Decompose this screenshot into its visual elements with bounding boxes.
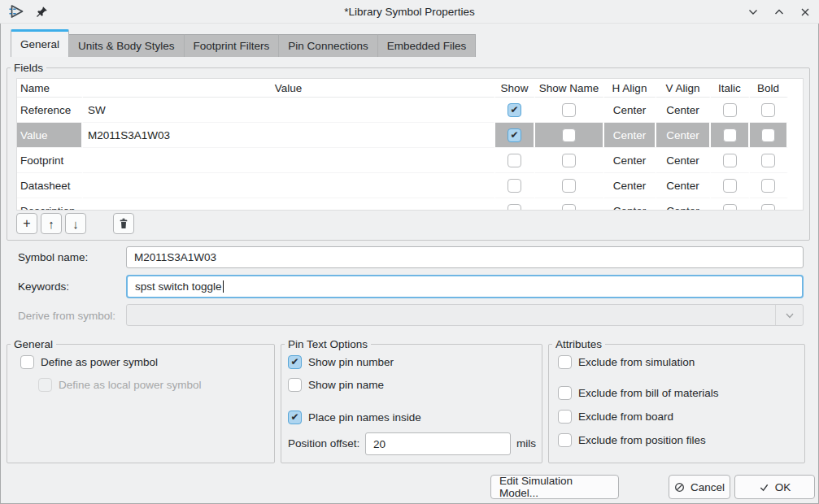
italic-checkbox-cell[interactable] <box>711 198 750 211</box>
field-name-cell[interactable]: Datasheet <box>17 173 83 198</box>
exclude-from-board-option[interactable]: Exclude from board <box>558 410 673 424</box>
tab-pin-connections[interactable]: Pin Connections <box>279 34 377 57</box>
maximize-icon[interactable] <box>772 5 786 20</box>
add-field-button[interactable]: + <box>16 213 37 234</box>
show-name-checkbox <box>562 128 576 142</box>
v-align-cell[interactable]: Center <box>656 98 711 123</box>
show-name-checkbox-cell[interactable] <box>535 173 604 198</box>
delete-field-button[interactable] <box>113 213 134 234</box>
move-down-button[interactable]: ↓ <box>65 213 86 234</box>
move-up-button[interactable]: ↑ <box>41 213 62 234</box>
show-pin-number-checkbox <box>288 355 302 369</box>
pin-text-options-group-label: Pin Text Options <box>285 337 371 351</box>
italic-checkbox-cell[interactable] <box>711 148 750 173</box>
show-name-checkbox-cell[interactable] <box>535 148 604 173</box>
bold-checkbox-cell[interactable] <box>750 123 788 148</box>
show-checkbox <box>508 204 521 211</box>
show-checkbox <box>508 179 521 193</box>
field-value-cell[interactable] <box>83 148 495 173</box>
position-offset-unit: mils <box>516 437 536 450</box>
show-checkbox-cell[interactable] <box>495 98 535 123</box>
show-name-checkbox-cell[interactable] <box>535 123 604 148</box>
library-symbol-properties-dialog: *Library Symbol Properties General Units… <box>0 0 819 504</box>
place-pin-names-inside-option[interactable]: Place pin names inside <box>288 411 421 424</box>
fields-table: Name Value Show Show Name H Align V Alig… <box>16 78 804 211</box>
h-align-cell[interactable]: Center <box>604 148 656 173</box>
exclude-from-simulation-option[interactable]: Exclude from simulation <box>558 355 695 369</box>
italic-checkbox <box>723 103 737 117</box>
h-align-cell[interactable]: Center <box>604 98 656 123</box>
edit-simulation-model-button[interactable]: Edit Simulation Model... <box>490 475 619 499</box>
field-value-cell[interactable]: SW <box>83 98 495 123</box>
v-align-cell[interactable]: Center <box>656 148 711 173</box>
symbol-name-label: Symbol name: <box>18 251 88 263</box>
symbol-name-input[interactable]: M2011S3A1W03 <box>126 246 804 268</box>
define-power-symbol-checkbox <box>20 355 34 369</box>
h-align-cell[interactable]: Center <box>604 123 656 148</box>
bold-checkbox-cell[interactable] <box>750 98 788 123</box>
show-name-checkbox-cell[interactable] <box>535 98 604 123</box>
field-value-cell[interactable] <box>83 198 495 211</box>
italic-checkbox <box>723 204 737 211</box>
attributes-group: Attributes Exclude from simulation Exclu… <box>548 344 805 463</box>
title-bar: *Library Symbol Properties <box>0 0 819 24</box>
fields-toolbar: + ↑ ↓ <box>16 213 137 234</box>
text-caret <box>223 280 224 293</box>
field-name-cell[interactable]: Reference <box>17 98 83 123</box>
h-align-cell[interactable]: Center <box>604 173 656 198</box>
show-name-checkbox-cell[interactable] <box>535 198 604 211</box>
tab-general[interactable]: General <box>11 29 69 57</box>
v-align-cell[interactable]: Center <box>656 198 711 211</box>
show-checkbox-cell[interactable] <box>495 173 535 198</box>
keywords-input[interactable]: spst switch toggle <box>126 275 804 298</box>
col-header-name: Name <box>17 79 83 98</box>
table-row-value: Value M2011S3A1W03 Center Center <box>17 123 803 148</box>
show-checkbox <box>508 128 521 142</box>
close-icon[interactable] <box>798 5 812 20</box>
v-align-cell[interactable]: Center <box>656 123 711 148</box>
show-pin-name-option[interactable]: Show pin name <box>288 378 384 392</box>
derive-from-symbol-label: Derive from symbol: <box>18 310 115 322</box>
cancel-button[interactable]: Cancel <box>669 475 730 499</box>
field-name-cell[interactable]: Footprint <box>17 148 83 173</box>
h-align-cell[interactable]: Center <box>604 198 656 211</box>
show-checkbox-cell[interactable] <box>495 148 535 173</box>
col-header-show: Show <box>495 79 535 98</box>
table-row-datasheet: Datasheet Center Center <box>17 173 803 198</box>
show-pin-number-option[interactable]: Show pin number <box>288 355 394 369</box>
keywords-label: Keywords: <box>18 280 69 293</box>
show-checkbox <box>508 103 521 117</box>
field-value-cell[interactable] <box>83 173 495 198</box>
bold-checkbox-cell[interactable] <box>750 198 788 211</box>
minimize-icon[interactable] <box>746 5 760 20</box>
v-align-cell[interactable]: Center <box>656 173 711 198</box>
bold-checkbox-cell[interactable] <box>750 173 788 198</box>
col-header-value: Value <box>83 79 495 98</box>
position-offset-input[interactable]: 20 <box>365 432 511 455</box>
show-name-checkbox <box>562 154 576 167</box>
exclude-from-board-checkbox <box>558 410 572 424</box>
fields-group: Fields Name Value Show Show Name H Align… <box>7 67 810 241</box>
show-checkbox-cell[interactable] <box>495 198 535 211</box>
tab-footprint-filters[interactable]: Footprint Filters <box>185 34 280 57</box>
table-row-description: Description Center Center <box>17 198 803 211</box>
tab-units-body-styles[interactable]: Units & Body Styles <box>69 34 185 57</box>
bold-checkbox <box>761 128 775 142</box>
check-icon <box>759 482 769 493</box>
exclude-from-bom-option[interactable]: Exclude from bill of materials <box>558 386 719 400</box>
define-power-symbol-option[interactable]: Define as power symbol <box>20 355 158 369</box>
show-checkbox-cell[interactable] <box>495 123 535 148</box>
tab-embedded-files[interactable]: Embedded Files <box>378 34 477 57</box>
exclude-from-position-files-option[interactable]: Exclude from position files <box>558 433 706 447</box>
show-name-checkbox <box>562 179 576 193</box>
italic-checkbox-cell[interactable] <box>711 173 750 198</box>
field-name-cell[interactable]: Value <box>17 123 83 148</box>
italic-checkbox-cell[interactable] <box>711 123 750 148</box>
field-name-cell[interactable]: Description <box>17 198 83 211</box>
bold-checkbox-cell[interactable] <box>750 148 788 173</box>
ok-button[interactable]: OK <box>734 475 815 499</box>
bold-checkbox <box>761 204 775 211</box>
italic-checkbox-cell[interactable] <box>711 98 750 123</box>
col-header-bold: Bold <box>750 79 788 98</box>
field-value-cell[interactable]: M2011S3A1W03 <box>83 123 495 148</box>
